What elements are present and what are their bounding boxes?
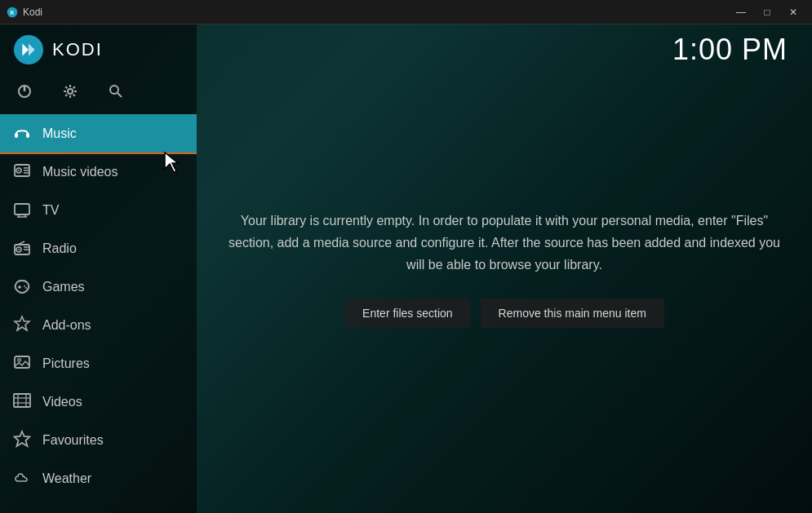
search-button[interactable] bbox=[101, 77, 131, 106]
tv-icon bbox=[13, 200, 31, 221]
titlebar: K Kodi — □ ✕ bbox=[0, 0, 812, 24]
kodi-title: KODI bbox=[52, 39, 103, 60]
headphones-icon bbox=[13, 123, 31, 141]
videos-icon bbox=[13, 391, 31, 413]
svg-marker-30 bbox=[15, 316, 29, 330]
videos-svg-icon bbox=[13, 391, 31, 409]
favourites-label: Favourites bbox=[42, 433, 104, 448]
favourites-icon bbox=[13, 430, 31, 451]
svg-rect-33 bbox=[14, 394, 30, 407]
sidebar-item-addons[interactable]: Add-ons bbox=[0, 306, 197, 344]
main-content: 1:00 PM Your library is currently empty.… bbox=[197, 24, 812, 513]
radio-label: Radio bbox=[42, 241, 77, 256]
settings-icon bbox=[62, 83, 78, 100]
sidebar-item-games[interactable]: Games bbox=[0, 268, 197, 306]
tv-svg-icon bbox=[13, 200, 31, 218]
weather-svg-icon bbox=[13, 468, 31, 486]
sidebar-item-favourites[interactable]: Favourites bbox=[0, 421, 197, 459]
addons-svg-icon bbox=[13, 315, 31, 333]
svg-point-29 bbox=[25, 287, 27, 289]
sidebar-item-videos[interactable]: Videos bbox=[0, 383, 197, 421]
titlebar-controls: — □ ✕ bbox=[729, 3, 805, 21]
tv-label: TV bbox=[42, 203, 59, 218]
weather-label: Weather bbox=[42, 471, 91, 486]
svg-marker-38 bbox=[15, 431, 30, 446]
music-icon bbox=[13, 123, 31, 144]
star-icon bbox=[13, 430, 31, 448]
weather-icon bbox=[13, 468, 31, 489]
enter-files-button[interactable]: Enter files section bbox=[344, 299, 471, 328]
pictures-icon bbox=[13, 353, 31, 374]
videos-label: Videos bbox=[42, 395, 82, 409]
search-icon bbox=[108, 83, 124, 100]
app-container: KODI bbox=[0, 24, 812, 513]
music-videos-label: Music videos bbox=[42, 165, 118, 179]
sidebar-icons-row bbox=[0, 73, 197, 114]
settings-button[interactable] bbox=[55, 77, 85, 106]
sidebar-item-radio[interactable]: Radio bbox=[0, 229, 197, 268]
svg-point-5 bbox=[68, 89, 73, 94]
games-icon bbox=[13, 276, 31, 298]
games-svg-icon bbox=[13, 276, 31, 294]
empty-library-message: Your library is currently empty. In orde… bbox=[219, 210, 790, 276]
games-label: Games bbox=[42, 280, 85, 294]
sidebar-item-music[interactable]: Music bbox=[0, 114, 197, 153]
svg-point-22 bbox=[18, 249, 20, 250]
svg-point-32 bbox=[18, 358, 21, 361]
radio-icon bbox=[13, 238, 31, 259]
titlebar-app-name: Kodi bbox=[23, 7, 42, 18]
maximize-button[interactable]: □ bbox=[755, 3, 779, 21]
sidebar-item-weather[interactable]: Weather bbox=[0, 459, 197, 498]
nav-items: Music Music videos bbox=[0, 114, 197, 513]
close-button[interactable]: ✕ bbox=[781, 3, 805, 21]
titlebar-left: K Kodi bbox=[7, 7, 42, 18]
sidebar-item-pictures[interactable]: Pictures bbox=[0, 344, 197, 383]
svg-text:K: K bbox=[10, 9, 14, 15]
action-buttons: Enter files section Remove this main men… bbox=[219, 299, 790, 328]
titlebar-kodi-logo: K bbox=[7, 7, 18, 18]
svg-rect-16 bbox=[15, 204, 29, 214]
svg-rect-9 bbox=[26, 133, 29, 138]
time-display: 1:00 PM bbox=[672, 33, 788, 67]
power-icon bbox=[16, 83, 33, 100]
music-videos-icon bbox=[13, 161, 31, 183]
svg-point-28 bbox=[24, 285, 25, 287]
minimize-button[interactable]: — bbox=[729, 3, 753, 21]
pictures-label: Pictures bbox=[42, 356, 90, 371]
svg-point-12 bbox=[18, 170, 20, 171]
svg-point-6 bbox=[110, 86, 118, 94]
svg-line-7 bbox=[118, 93, 122, 97]
sidebar-item-tv[interactable]: TV bbox=[0, 191, 197, 229]
pictures-svg-icon bbox=[13, 353, 31, 371]
svg-rect-8 bbox=[15, 133, 18, 138]
power-button[interactable] bbox=[10, 77, 39, 106]
music-videos-svg-icon bbox=[13, 161, 31, 179]
addons-label: Add-ons bbox=[42, 318, 91, 333]
sidebar: KODI bbox=[0, 24, 197, 513]
sidebar-header: KODI bbox=[0, 24, 197, 73]
remove-menu-item-button[interactable]: Remove this main menu item bbox=[481, 299, 664, 328]
kodi-logo bbox=[13, 34, 44, 65]
addons-icon bbox=[13, 315, 31, 336]
empty-library-panel: Your library is currently empty. In orde… bbox=[219, 210, 790, 329]
sidebar-item-music-videos[interactable]: Music videos bbox=[0, 153, 197, 191]
radio-svg-icon bbox=[13, 238, 31, 256]
music-label: Music bbox=[42, 126, 77, 141]
